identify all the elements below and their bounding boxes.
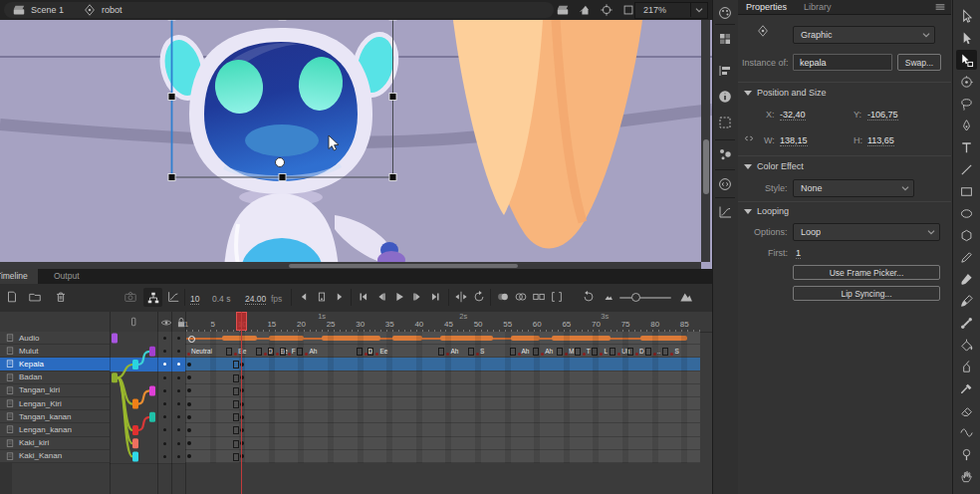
layer-frames-tangan_kanan[interactable] (185, 410, 700, 423)
layer-visibility-toggle[interactable] (157, 450, 171, 464)
section-position-size[interactable]: Position and Size (744, 88, 827, 98)
brush-library-panel-icon[interactable] (717, 146, 733, 162)
loop-playback-icon[interactable] (472, 290, 486, 304)
back-one-frame-icon[interactable] (374, 290, 388, 304)
layer-visibility-toggle[interactable] (157, 423, 171, 437)
layer-frames-badan[interactable] (185, 371, 700, 384)
layer-visibility-toggle[interactable] (157, 332, 171, 346)
layer-lock-toggle[interactable] (171, 437, 185, 451)
layer-lock-toggle[interactable] (171, 410, 185, 424)
layer-row-tangan_kanan[interactable]: Tangan_kanan (0, 410, 110, 423)
layer-row-audio[interactable]: Audio (0, 332, 110, 345)
color-style-select[interactable]: None (793, 179, 914, 197)
classic-brush-tool[interactable] (956, 291, 977, 311)
play-icon[interactable] (392, 290, 406, 304)
layer-row-kaki_kanan[interactable]: Kaki_Kanan (0, 450, 110, 463)
tab-properties[interactable]: Properties (746, 2, 787, 12)
tab-output[interactable]: Output (46, 269, 88, 284)
layer-visibility-toggle[interactable] (157, 345, 171, 359)
layer-lock-toggle[interactable] (171, 358, 185, 371)
brush-tool[interactable] (956, 269, 977, 289)
layer-frames-kepala[interactable] (185, 358, 700, 370)
symbol-type-select[interactable]: Graphic (793, 26, 935, 44)
eraser-tool[interactable] (956, 400, 977, 420)
delete-layer-icon[interactable] (54, 290, 68, 304)
lip-syncing-button[interactable]: Lip Syncing... (793, 286, 940, 301)
tab-timeline[interactable]: Timeline (0, 269, 38, 284)
layer-visibility-toggle[interactable] (157, 437, 171, 451)
canvas-horizontal-scrollbar[interactable] (0, 262, 701, 269)
link-width-height-icon[interactable] (742, 131, 756, 145)
rectangle-tool[interactable] (956, 181, 977, 201)
gradient-transform-tool[interactable] (956, 72, 977, 92)
layer-frames-audio[interactable] (185, 332, 700, 345)
onion-skin-icon[interactable] (496, 290, 510, 304)
subselection-tool[interactable] (956, 28, 977, 48)
layer-frames-kaki_kanan[interactable] (185, 450, 700, 463)
breadcrumb-symbol[interactable]: robot (102, 5, 122, 15)
eyedropper-tool[interactable] (956, 378, 977, 398)
layer-frames-mulut[interactable]: NeutralEeDEeFAhDEeAhSAhAhMTLUhD..S (185, 345, 700, 358)
edit-multiple-frames-icon[interactable] (532, 290, 546, 304)
layer-visibility-toggle[interactable] (157, 371, 171, 385)
v-scroll-thumb[interactable] (703, 139, 709, 194)
show-parenting-view-button[interactable] (143, 288, 162, 307)
go-first-frame-icon[interactable] (357, 290, 370, 304)
zoom-in-frames-icon[interactable] (679, 290, 693, 304)
layer-row-mulut[interactable]: Mulut (0, 345, 110, 358)
layer-row-lengan_kiri[interactable]: Lengan_Kiri (0, 397, 110, 410)
line-tool[interactable] (956, 159, 977, 179)
hand-tool[interactable] (956, 466, 977, 486)
info-panel-icon[interactable] (717, 89, 733, 105)
layer-visibility-toggle[interactable] (157, 410, 171, 424)
playhead-line[interactable] (241, 312, 243, 494)
layer-row-badan[interactable]: Badan (0, 371, 110, 384)
zoom-slider-knob[interactable] (631, 293, 640, 302)
center-playhead-icon[interactable] (454, 290, 468, 304)
polystar-tool[interactable] (956, 225, 977, 245)
text-tool[interactable] (956, 137, 977, 157)
layer-frames-tangan_kiri[interactable] (185, 384, 700, 397)
cc-libraries-panel-icon[interactable] (717, 176, 733, 192)
swap-button[interactable]: Swap... (897, 54, 941, 71)
tab-library[interactable]: Library (804, 2, 832, 12)
pen-tool[interactable] (956, 116, 977, 135)
onion-skin-outline-icon[interactable] (514, 290, 528, 304)
oval-tool[interactable] (956, 203, 977, 223)
layer-lock-toggle[interactable] (171, 423, 185, 437)
new-layer-icon[interactable] (5, 290, 19, 304)
align-panel-icon[interactable] (717, 63, 733, 79)
go-last-frame-icon[interactable] (428, 290, 442, 304)
reset-timeline-zoom-icon[interactable] (582, 290, 596, 304)
layer-lock-toggle[interactable] (171, 371, 185, 385)
canvas-vertical-scrollbar[interactable] (701, 20, 710, 262)
edit-symbols-icon[interactable] (578, 3, 592, 17)
layer-lock-toggle[interactable] (171, 450, 185, 464)
asset-warp-tool[interactable] (956, 444, 977, 464)
swatches-panel-icon[interactable] (717, 31, 733, 47)
ink-bottle-tool[interactable] (956, 357, 977, 376)
layer-visibility-toggle[interactable] (157, 358, 171, 371)
zoom-select[interactable]: 217% (634, 2, 708, 19)
step-back-icon[interactable] (297, 290, 311, 304)
layer-row-kepala[interactable]: Kepala (0, 358, 110, 370)
layer-lock-toggle[interactable] (171, 345, 185, 359)
layer-frames-kaki_kiri[interactable] (185, 437, 700, 450)
loop-options-select[interactable]: Loop (793, 223, 940, 241)
layer-frames-lengan_kanan[interactable] (185, 423, 700, 436)
pencil-tool[interactable] (956, 247, 977, 267)
motion-editor-panel-icon[interactable] (717, 204, 733, 220)
new-folder-icon[interactable] (28, 290, 42, 304)
layer-visibility-toggle[interactable] (157, 384, 171, 398)
center-stage-icon[interactable] (600, 3, 613, 17)
modify-markers-icon[interactable] (550, 290, 564, 304)
w-value[interactable]: 138,15 (780, 135, 808, 146)
timeline-zoom-slider[interactable] (619, 297, 671, 299)
frame-rate-value[interactable]: 24.00 (245, 294, 266, 305)
transform-panel-icon[interactable] (717, 115, 733, 130)
layer-lock-toggle[interactable] (171, 384, 185, 398)
scene-clapperboard-icon[interactable] (12, 3, 26, 17)
graph-editor-icon[interactable] (166, 290, 180, 304)
h-scroll-thumb[interactable] (289, 264, 518, 268)
layer-frames-lengan_kiri[interactable] (185, 397, 700, 410)
